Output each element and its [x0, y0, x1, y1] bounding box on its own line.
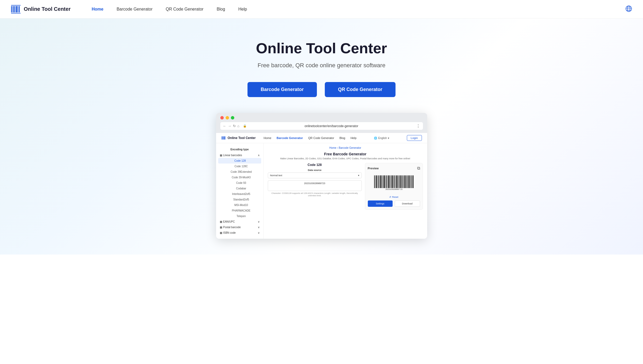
home-icon[interactable]: ⌂: [237, 124, 240, 128]
preview-box: Preview ⧉: [365, 163, 423, 210]
hero-section: Online Tool Center Free barcode, QR code…: [0, 18, 643, 255]
browser-mockup: ← → ↻ ⌂ 🔒 onlinetoolcenter/en/barcode-ge…: [216, 113, 427, 239]
postal-collapse-icon: ∨: [258, 226, 260, 229]
svg-rect-54: [409, 175, 409, 188]
breadcrumb: Home › Barcode Generator: [268, 146, 423, 149]
linear-barcodes-header[interactable]: ▦ Linear barcodes ∧: [216, 152, 263, 158]
sidebar-code39mod43[interactable]: Code 39-Mod43: [216, 175, 263, 180]
dot-red: [220, 116, 224, 119]
inner-nav-barcode[interactable]: Barcode Generator: [277, 136, 303, 140]
inner-nav-blog[interactable]: Blog: [339, 136, 345, 140]
barcode-display: 20231030289897 23: [368, 173, 420, 194]
svg-rect-31: [385, 175, 386, 188]
forward-icon[interactable]: →: [228, 124, 231, 128]
nav-barcode[interactable]: Barcode Generator: [117, 7, 153, 12]
dot-yellow: [226, 116, 229, 119]
sidebar-code128[interactable]: Code 128: [218, 158, 261, 164]
url-bar[interactable]: onlinetoolcenter/en/barcode-generator: [249, 124, 414, 128]
ean-upc-header[interactable]: ▦ EAN/UPC ∨: [216, 219, 263, 224]
sidebar: Encoding type ▦ Linear barcodes ∧ Code 1…: [216, 143, 264, 239]
left-col: Code 128 Data source Normal text ▾ 20231…: [268, 163, 362, 210]
svg-rect-19: [225, 136, 225, 140]
breadcrumb-home[interactable]: Home: [329, 146, 336, 149]
breadcrumb-current: Barcode Generator: [339, 146, 361, 149]
svg-rect-43: [398, 175, 398, 188]
sidebar-code128c[interactable]: Code 128C: [216, 164, 263, 169]
globe-icon[interactable]: [625, 5, 632, 12]
content-desc: Make Linear Barcodes, 2D Codes, GS1 Data…: [268, 157, 423, 160]
more-icon[interactable]: ⋮: [416, 123, 420, 128]
svg-rect-32: [386, 175, 387, 188]
ean-collapse-icon: ∨: [258, 220, 260, 223]
nav-blog[interactable]: Blog: [217, 7, 225, 12]
sidebar-standard2of5[interactable]: Standard2of5: [216, 197, 263, 202]
back-icon[interactable]: ←: [223, 124, 226, 128]
inner-content: Encoding type ▦ Linear barcodes ∧ Code 1…: [216, 143, 427, 239]
sidebar-code39ext[interactable]: Code 39Extended: [216, 169, 263, 175]
main-nav: Home Barcode Generator QR Code Generator…: [92, 7, 625, 12]
sidebar-msi[interactable]: MSI-Mod10: [216, 202, 263, 208]
encoding-type-label: Encoding type: [216, 146, 263, 152]
browser-dots: [220, 116, 423, 119]
right-col: Preview ⧉: [365, 163, 423, 210]
dot-green: [231, 116, 234, 119]
field-title: Code 128: [268, 163, 362, 167]
svg-rect-14: [222, 136, 222, 140]
svg-rect-37: [391, 175, 392, 188]
barcode-input[interactable]: 20231030289897​23: [268, 180, 362, 191]
logo-area: Online Tool Center: [11, 4, 70, 15]
globe-inner-icon: 🌐: [374, 137, 377, 140]
lang-selector[interactable]: 🌐 English ▾: [374, 137, 389, 140]
inner-logo-icon: [221, 136, 226, 140]
svg-rect-5: [18, 6, 18, 12]
svg-rect-4: [16, 6, 17, 12]
inner-nav-home[interactable]: Home: [264, 136, 271, 140]
lock-icon: 🔒: [243, 124, 247, 128]
login-button[interactable]: Login: [407, 135, 422, 141]
refresh-icon[interactable]: ↻: [233, 124, 236, 128]
svg-rect-2: [13, 6, 15, 12]
nav-qr[interactable]: QR Code Generator: [166, 7, 203, 12]
sidebar-codabar[interactable]: Codabar: [216, 186, 263, 191]
datasource-select[interactable]: Normal text ▾: [268, 173, 362, 178]
preview-title: Preview: [368, 167, 379, 170]
barcode-number-text: 20231030289897 23: [385, 188, 402, 190]
postal-header[interactable]: ▦ Postal barcode ∨: [216, 224, 263, 230]
linear-label: Linear barcodes: [223, 154, 242, 157]
reset-link[interactable]: ↺ Reset: [368, 196, 420, 198]
svg-rect-50: [404, 175, 405, 188]
isbn-header[interactable]: ▦ ISBN code ∨: [216, 230, 263, 236]
sidebar-telepen[interactable]: Telepen: [216, 213, 263, 219]
linear-icon: ▦: [220, 154, 222, 157]
char-info: Character: CODE128 supports all 128 ASCI…: [268, 192, 362, 197]
download-button[interactable]: Download: [395, 200, 420, 207]
svg-rect-16: [223, 136, 223, 140]
svg-rect-46: [401, 175, 401, 188]
sidebar-pharmacade[interactable]: PHARMACADE: [216, 208, 263, 213]
svg-rect-58: [413, 175, 413, 188]
barcode-generator-button[interactable]: Barcode Generator: [247, 82, 317, 97]
inner-nav-qr[interactable]: QR Code Generator: [308, 136, 334, 140]
svg-rect-29: [383, 175, 384, 188]
svg-rect-30: [384, 175, 385, 188]
qr-generator-button[interactable]: QR Code Generator: [325, 82, 396, 97]
svg-rect-57: [412, 175, 412, 188]
sidebar-interleaved[interactable]: Interleaved2of5: [216, 191, 263, 197]
inner-logo-text: Online Tool Center: [228, 136, 256, 140]
nav-home[interactable]: Home: [92, 7, 103, 12]
copy-icon[interactable]: ⧉: [417, 166, 420, 171]
inner-nav-help[interactable]: Help: [350, 136, 356, 140]
svg-rect-22: [376, 175, 377, 188]
hero-buttons: Barcode Generator QR Code Generator: [11, 82, 632, 97]
hero-subtitle: Free barcode, QR code online generator s…: [11, 62, 632, 69]
two-col-layout: Code 128 Data source Normal text ▾ 20231…: [268, 163, 423, 210]
logo-text: Online Tool Center: [24, 6, 70, 12]
isbn-collapse-icon: ∨: [258, 231, 260, 234]
sidebar-code93[interactable]: Code 93: [216, 180, 263, 186]
svg-rect-15: [222, 136, 223, 140]
settings-button[interactable]: Settings: [368, 200, 393, 207]
svg-rect-45: [399, 175, 400, 188]
nav-help[interactable]: Help: [238, 7, 247, 12]
preview-header: Preview ⧉: [368, 166, 420, 171]
ean-label: EAN/UPC: [223, 220, 235, 223]
